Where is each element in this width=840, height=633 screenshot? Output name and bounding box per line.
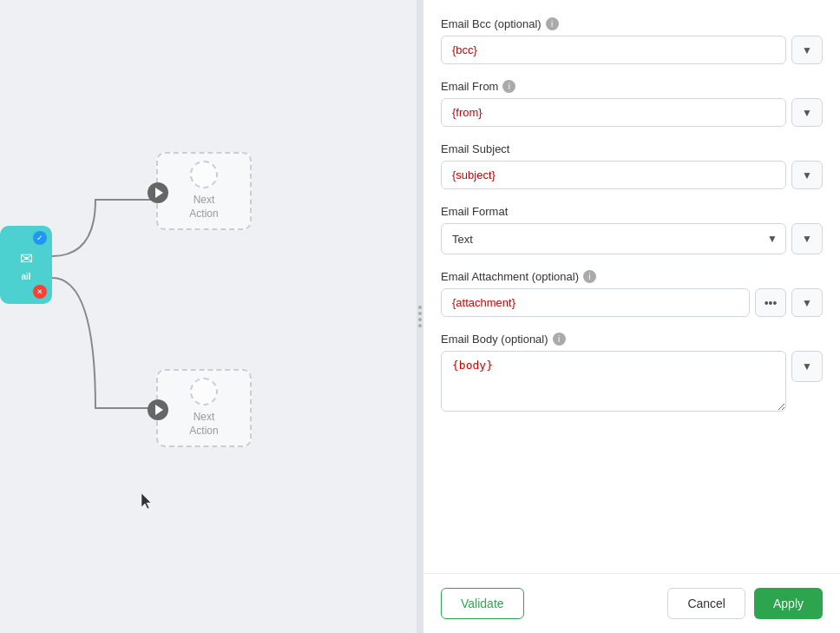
node-label-2: NextAction <box>189 411 218 438</box>
node-check-icon: ✓ <box>33 231 47 245</box>
next-action-node-1[interactable]: NextAction <box>156 152 252 230</box>
attachment-field-group: Email Attachment (optional) i ••• ▼ <box>441 270 823 317</box>
cancel-button[interactable]: Cancel <box>667 588 745 619</box>
from-input[interactable] <box>441 98 786 127</box>
subject-input[interactable] <box>441 161 786 189</box>
bcc-field-group: Email Bcc (optional) i ▼ <box>441 17 823 64</box>
footer-right-buttons: Cancel Apply <box>667 588 823 619</box>
validate-button[interactable]: Validate <box>441 588 524 619</box>
node-circle-2 <box>190 378 218 406</box>
format-label: Email Format <box>441 205 823 218</box>
email-action-node[interactable]: ✉ ail ✓ ✕ <box>0 226 52 304</box>
bcc-label: Email Bcc (optional) i <box>441 17 823 30</box>
bcc-dropdown-btn[interactable]: ▼ <box>791 36 823 64</box>
bcc-input[interactable] <box>441 36 786 64</box>
node-label-1: NextAction <box>189 194 218 221</box>
attachment-ellipsis-btn[interactable]: ••• <box>755 288 786 317</box>
node-x-icon: ✕ <box>33 285 47 299</box>
panel-content: Email Bcc (optional) i ▼ Email From i ▼ … <box>423 0 840 573</box>
canvas-area: ✉ ail ✓ ✕ NextAction NextAction <box>0 0 417 633</box>
format-field-group: Email Format Text HTML ▼ ▼ <box>441 205 823 254</box>
subject-field-group: Email Subject ▼ <box>441 142 823 189</box>
bcc-field-row: ▼ <box>441 36 823 64</box>
subject-label: Email Subject <box>441 142 823 155</box>
from-field-row: ▼ <box>441 98 823 127</box>
format-select-wrapper: Text HTML ▼ <box>441 223 786 254</box>
divider-handle <box>418 306 422 327</box>
format-field-row: Text HTML ▼ ▼ <box>441 223 823 254</box>
format-select[interactable]: Text HTML <box>441 223 786 254</box>
node-play-btn-2[interactable] <box>148 399 168 420</box>
apply-button[interactable]: Apply <box>754 588 823 619</box>
panel-footer: Validate Cancel Apply <box>423 573 840 633</box>
cursor <box>141 493 152 509</box>
panel-divider[interactable] <box>417 0 423 633</box>
from-field-group: Email From i ▼ <box>441 80 823 127</box>
attachment-dropdown-btn[interactable]: ▼ <box>791 288 823 317</box>
body-dropdown-btn[interactable]: ▼ <box>791 351 823 382</box>
from-info-icon[interactable]: i <box>502 80 515 93</box>
attachment-input[interactable] <box>441 288 750 317</box>
next-action-node-2[interactable]: NextAction <box>156 369 252 447</box>
right-panel: Email Bcc (optional) i ▼ Email From i ▼ … <box>423 0 840 633</box>
body-label: Email Body (optional) i <box>441 333 823 346</box>
body-field-row: {body} ▼ <box>441 351 823 412</box>
attachment-field-row: ••• ▼ <box>441 288 823 317</box>
bcc-info-icon[interactable]: i <box>546 17 559 30</box>
body-info-icon[interactable]: i <box>553 333 566 346</box>
attachment-info-icon[interactable]: i <box>583 270 596 283</box>
svg-marker-0 <box>141 493 151 509</box>
from-label: Email From i <box>441 80 823 93</box>
from-dropdown-btn[interactable]: ▼ <box>791 98 823 127</box>
body-textarea[interactable]: {body} <box>441 351 786 412</box>
subject-field-row: ▼ <box>441 161 823 189</box>
node-circle-1 <box>190 161 218 188</box>
attachment-label: Email Attachment (optional) i <box>441 270 823 283</box>
body-field-group: Email Body (optional) i {body} ▼ <box>441 333 823 412</box>
email-node-label: ail <box>21 272 30 281</box>
node-play-btn-1[interactable] <box>148 182 168 203</box>
connector-lines <box>0 0 417 633</box>
format-dropdown-btn[interactable]: ▼ <box>791 223 823 254</box>
subject-dropdown-btn[interactable]: ▼ <box>791 161 823 189</box>
